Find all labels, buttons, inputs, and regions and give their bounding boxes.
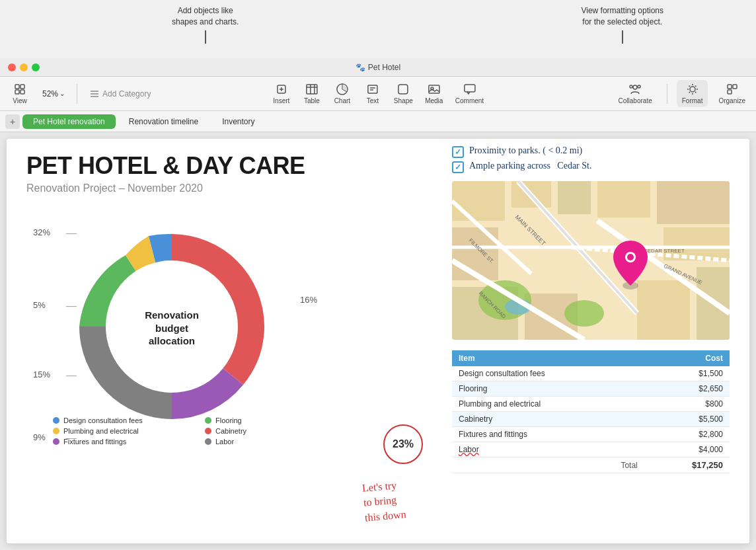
handwritten-note: Let's tryto bringthis down (361, 477, 406, 525)
svg-rect-0 (15, 85, 19, 89)
legend-label-labor: Labor (215, 438, 234, 446)
media-button[interactable]: Media (420, 80, 449, 107)
close-button[interactable] (8, 63, 16, 71)
legend-dot-plumbing (53, 428, 59, 434)
table-header-cost: Cost (644, 350, 730, 366)
svg-rect-34 (597, 181, 650, 217)
add-category-label: Add Category (102, 89, 151, 98)
svg-point-23 (638, 85, 640, 88)
format-button[interactable]: Format (677, 80, 708, 107)
toolbar: View 52% ⌄ Add Category Insert (0, 77, 756, 111)
tooltip-area: Add objects likeshapes and charts. View … (0, 0, 756, 58)
svg-rect-28 (728, 90, 732, 94)
legend-item-flooring: Flooring (205, 416, 337, 424)
maximize-button[interactable] (32, 63, 40, 71)
chart-button[interactable]: Chart (328, 80, 357, 107)
table-cell-labor-item: Labor (452, 442, 644, 457)
comment-label: Comment (455, 97, 484, 104)
add-tab-button[interactable]: + (5, 114, 20, 129)
check-text-1: Proximity to parks. ( < 0.2 mi) (469, 145, 582, 156)
table-cell-plumbing-cost: $800 (644, 397, 730, 412)
text-button[interactable]: Text (358, 80, 387, 107)
chart-label: Chart (334, 97, 350, 104)
shape-label: Shape (394, 97, 413, 104)
table-header-item: Item (452, 350, 644, 366)
check-item-2: Ample parking across Cedar St. (452, 161, 736, 173)
shape-button[interactable]: Shape (389, 80, 418, 107)
media-label: Media (425, 97, 443, 104)
legend-item-fixtures: Fixtures and fittings (53, 438, 185, 446)
svg-rect-3 (20, 90, 24, 94)
insert-button[interactable]: Insert (267, 80, 296, 107)
legend-label-flooring: Flooring (215, 416, 242, 424)
table-cell-cabinetry-item: Cabinetry (452, 412, 644, 427)
checkbox-2[interactable] (452, 161, 464, 173)
table-row-flooring: Flooring $2,650 (452, 381, 730, 397)
pct-15: 15%— (33, 370, 50, 379)
tab-renovation-timeline[interactable]: Renovation timeline (118, 114, 209, 129)
insert-label: Insert (273, 97, 289, 104)
annotation-23-text: 23% (393, 438, 414, 450)
table-cell-cabinetry-cost: $5,500 (644, 412, 730, 427)
toolbar-center: Insert Table Chart Text (267, 80, 489, 107)
svg-text:CEDAR STREET: CEDAR STREET (644, 248, 685, 254)
organize-button[interactable]: Organize (713, 80, 751, 107)
checkbox-1[interactable] (452, 146, 464, 158)
svg-rect-40 (637, 280, 690, 340)
legend-item-plumbing: Plumbing and electrical (53, 427, 185, 435)
chart-section: PET HOTEL & DAY CARE Renovation Project … (26, 152, 436, 459)
svg-point-25 (690, 87, 695, 92)
title-icon: 🐾 (356, 63, 365, 72)
toolbar-separator-2 (667, 84, 667, 104)
legend-item-cabinetry: Cabinetry (205, 427, 337, 435)
pct-9: 9%— (33, 432, 50, 442)
table-row-labor: Labor $4,000 (452, 442, 730, 457)
main-content: PET HOTEL & DAY CARE Renovation Project … (0, 132, 756, 550)
svg-rect-19 (429, 85, 439, 93)
donut-center-label: Renovation budgetallocation (132, 309, 211, 348)
tooltip-left: Add objects likeshapes and charts. (172, 5, 239, 44)
comment-button[interactable]: Comment (450, 80, 489, 107)
minimize-button[interactable] (20, 63, 28, 71)
svg-rect-2 (15, 90, 19, 94)
right-section: Proximity to parks. ( < 0.2 mi) Ample pa… (452, 145, 736, 473)
document-inner: PET HOTEL & DAY CARE Renovation Project … (7, 139, 749, 543)
legend-dot-labor (205, 438, 211, 445)
table-label: Table (304, 97, 320, 104)
svg-rect-26 (728, 85, 732, 89)
table-row-plumbing: Plumbing and electrical $800 (452, 397, 730, 412)
zoom-control[interactable]: 52% ⌄ (37, 87, 70, 101)
table-button[interactable]: Table (297, 80, 326, 107)
donut-chart-wrapper: 32%— 5%— 15%— 9%— 16% (26, 208, 357, 459)
table-cell-plumbing-item: Plumbing and electrical (452, 397, 644, 412)
table-row-design: Design consultation fees $1,500 (452, 366, 730, 381)
table-cell-fixtures-cost: $2,800 (644, 427, 730, 442)
window-title: 🐾 Pet Hotel (356, 63, 400, 72)
table-cell-total-label: Total (452, 457, 644, 473)
chart-left-labels: 32%— 5%— 15%— 9%— (33, 227, 50, 442)
toolbar-right: Collaborate Format Organize (613, 80, 751, 107)
add-category-button[interactable]: Add Category (84, 86, 156, 102)
map-svg: MAIN STREET FILMORE ST. RANCH ROAD GRAND… (452, 181, 730, 340)
table-cell-fixtures-item: Fixtures and fittings (452, 427, 644, 442)
tab3-label: Inventory (222, 117, 254, 126)
map-container: MAIN STREET FILMORE ST. RANCH ROAD GRAND… (452, 181, 730, 340)
chart-legend: Design consultation fees Flooring Plumbi… (53, 416, 337, 446)
tab-inventory[interactable]: Inventory (211, 114, 265, 129)
table-cell-design-item: Design consultation fees (452, 366, 644, 381)
table-cell-total-value: $17,250 (644, 457, 730, 473)
table-cell-flooring-item: Flooring (452, 381, 644, 397)
view-button[interactable]: View (5, 80, 34, 107)
svg-rect-27 (733, 85, 737, 89)
window-controls (8, 63, 40, 71)
annotation-23-circle: 23% (383, 424, 423, 464)
tab-pet-hotel-renovation[interactable]: Pet Hotel renovation (22, 114, 116, 129)
legend-dot-flooring (205, 417, 211, 424)
check-text-2: Ample parking across Cedar St. (469, 161, 591, 171)
table-cell-flooring-cost: $2,650 (644, 381, 730, 397)
legend-dot-fixtures (53, 438, 59, 445)
text-label: Text (367, 97, 379, 104)
svg-point-24 (630, 85, 632, 88)
collaborate-button[interactable]: Collaborate (613, 80, 658, 107)
svg-rect-18 (398, 85, 408, 94)
